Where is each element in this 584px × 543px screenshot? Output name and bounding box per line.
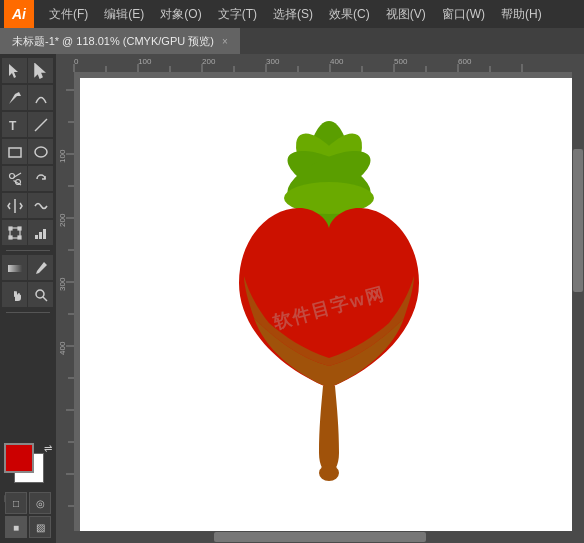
ruler-top-marks: 0 100 200 300 400 500 600 [56,54,572,72]
color-mode-button[interactable]: ■ [5,516,27,538]
svg-line-22 [43,297,47,301]
app-logo: Ai [4,0,34,28]
svg-rect-15 [18,236,21,239]
rotate-tool[interactable] [28,166,53,191]
svg-rect-23 [56,54,572,72]
scissors-tool[interactable] [2,166,27,191]
svg-text:0: 0 [74,57,79,66]
menu-object[interactable]: 对象(O) [153,2,208,27]
svg-rect-17 [39,232,42,239]
toolbar: T [0,54,56,543]
select-tool[interactable] [2,58,27,83]
svg-rect-16 [35,235,38,239]
strawberry-body [239,208,419,481]
svg-point-72 [319,465,339,481]
svg-text:500: 500 [394,57,408,66]
tool-row-6 [2,193,54,218]
menu-file[interactable]: 文件(F) [42,2,95,27]
tool-row-5 [2,166,54,191]
chart-tool[interactable] [28,220,53,245]
gradient-tool[interactable] [2,255,27,280]
svg-rect-20 [14,291,16,297]
main-layout: T [0,54,584,543]
tool-row-9 [2,282,54,307]
direct-select-tool[interactable] [28,58,53,83]
menu-help[interactable]: 帮助(H) [494,2,549,27]
fill-stroke-row: □ ◎ [5,492,51,514]
reflect-tool[interactable] [2,193,27,218]
hand-tool[interactable] [2,282,27,307]
menu-effect[interactable]: 效果(C) [322,2,377,27]
toolbar-separator-2 [6,312,50,313]
svg-rect-14 [9,236,12,239]
type-tool[interactable]: T [2,112,27,137]
tool-row-2 [2,85,54,110]
free-transform-tool[interactable] [2,220,27,245]
document-tab[interactable]: 未标题-1* @ 118.01% (CMYK/GPU 预览) × [0,28,241,54]
tool-row-1 [2,58,54,83]
curvature-tool[interactable] [28,85,53,110]
svg-line-3 [35,119,47,131]
menu-view[interactable]: 视图(V) [379,2,433,27]
stroke-button[interactable]: ◎ [29,492,51,514]
artboard: 软件目字w网 [80,78,578,537]
svg-text:T: T [9,119,17,133]
rect-tool[interactable] [2,139,27,164]
svg-text:200: 200 [58,213,67,227]
svg-text:600: 600 [458,57,472,66]
svg-text:400: 400 [58,341,67,355]
tab-title: 未标题-1* @ 118.01% (CMYK/GPU 预览) [12,34,214,49]
svg-rect-12 [9,227,12,230]
bottom-tools: □ ◎ ■ ▨ [4,492,52,538]
tool-row-4 [2,139,54,164]
horizontal-scroll-thumb[interactable] [214,532,425,542]
fill-button[interactable]: □ [5,492,27,514]
strawberry-svg [219,108,439,488]
warp-tool[interactable] [28,193,53,218]
svg-text:200: 200 [202,57,216,66]
canvas-area: 0 100 200 300 400 500 600 [56,54,584,543]
ruler-left: 100 200 300 400 [56,72,74,531]
svg-text:400: 400 [330,57,344,66]
menu-bar: Ai 文件(F) 编辑(E) 对象(O) 文字(T) 选择(S) 效果(C) 视… [0,0,584,28]
gradient-mode-button[interactable]: ▨ [29,516,51,538]
color-mode-row: ■ ▨ [5,516,51,538]
svg-rect-46 [56,72,74,531]
vertical-scroll-thumb[interactable] [573,149,583,292]
toolbar-separator [6,250,50,251]
tool-row-8 [2,255,54,280]
menu-window[interactable]: 窗口(W) [435,2,492,27]
svg-marker-1 [35,64,44,78]
ellipse-tool[interactable] [28,139,53,164]
svg-rect-18 [43,229,46,239]
pen-tool[interactable] [2,85,27,110]
eyedropper-tool[interactable] [28,255,53,280]
menu-select[interactable]: 选择(S) [266,2,320,27]
svg-point-21 [36,290,44,298]
strawberry-illustration [219,108,439,488]
svg-point-5 [35,147,47,157]
menu-edit[interactable]: 编辑(E) [97,2,151,27]
menu-text[interactable]: 文字(T) [211,2,264,27]
svg-marker-0 [9,64,18,78]
horizontal-scrollbar[interactable] [56,531,584,543]
ruler-left-marks: 100 200 300 400 [56,72,74,531]
tab-close-button[interactable]: × [222,36,228,47]
svg-text:300: 300 [58,277,67,291]
tool-row-3: T [2,112,54,137]
ruler-top: 0 100 200 300 400 500 600 [56,54,572,72]
swap-colors-icon[interactable]: ⇌ [44,443,52,454]
svg-rect-4 [9,148,21,157]
foreground-color-box[interactable] [4,443,34,473]
svg-rect-13 [18,227,21,230]
svg-rect-19 [8,265,22,272]
tool-row-7 [2,220,54,245]
svg-text:100: 100 [138,57,152,66]
line-tool[interactable] [28,112,53,137]
tab-bar: 未标题-1* @ 118.01% (CMYK/GPU 预览) × [0,28,584,54]
vertical-scrollbar[interactable] [572,54,584,531]
zoom-tool[interactable] [28,282,53,307]
svg-text:300: 300 [266,57,280,66]
svg-text:100: 100 [58,149,67,163]
